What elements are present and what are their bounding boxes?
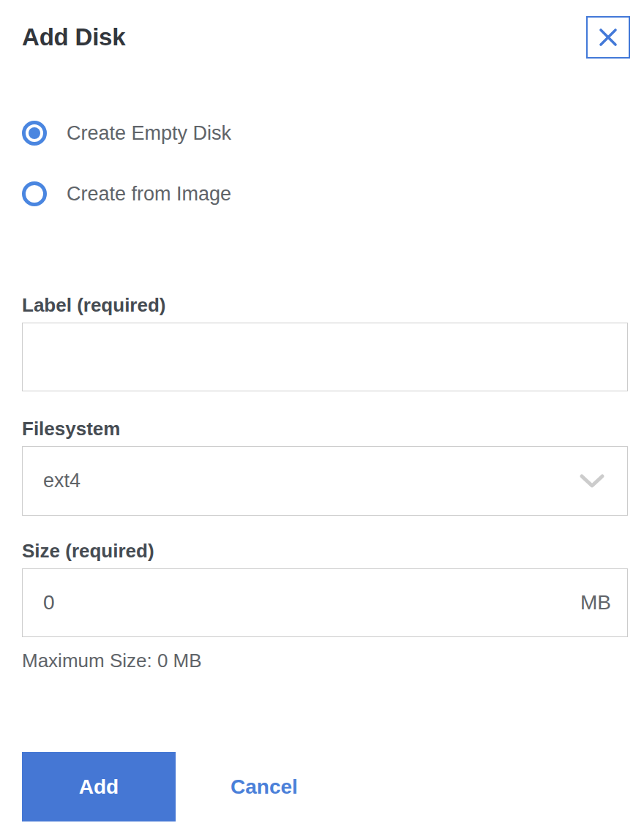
- size-input[interactable]: [23, 569, 580, 636]
- disk-mode-radio-group: Create Empty Disk Create from Image: [22, 121, 628, 206]
- label-field-label: Label (required): [22, 294, 628, 317]
- radio-label: Create Empty Disk: [67, 122, 231, 145]
- filesystem-select[interactable]: ext4: [22, 446, 628, 516]
- label-input[interactable]: [22, 323, 628, 391]
- filesystem-selected-value: ext4: [43, 470, 80, 492]
- close-icon: [598, 27, 618, 48]
- size-input-wrap: MB: [22, 568, 628, 637]
- label-field-group: Label (required): [22, 294, 628, 391]
- size-unit-label: MB: [580, 591, 611, 614]
- action-buttons: Add Cancel: [22, 752, 298, 821]
- filesystem-field-label: Filesystem: [22, 418, 628, 440]
- cancel-button[interactable]: Cancel: [231, 775, 298, 799]
- add-button[interactable]: Add: [22, 752, 176, 821]
- add-disk-modal: Add Disk Create Empty Disk Create from I…: [0, 0, 644, 831]
- radio-unselected-icon: [22, 181, 47, 206]
- max-size-helper-text: Maximum Size: 0 MB: [22, 650, 628, 672]
- radio-create-empty-disk[interactable]: Create Empty Disk: [22, 121, 231, 146]
- size-field-group: Size (required) MB Maximum Size: 0 MB: [22, 540, 628, 672]
- radio-create-from-image[interactable]: Create from Image: [22, 181, 231, 206]
- modal-title: Add Disk: [22, 0, 628, 51]
- radio-label: Create from Image: [67, 183, 231, 206]
- close-button[interactable]: [586, 16, 630, 59]
- chevron-down-icon: [579, 473, 605, 489]
- size-field-label: Size (required): [22, 540, 628, 563]
- form-area: Label (required) Filesystem ext4 Size (r…: [22, 294, 628, 672]
- filesystem-field-group: Filesystem ext4: [22, 418, 628, 516]
- radio-selected-icon: [22, 121, 47, 146]
